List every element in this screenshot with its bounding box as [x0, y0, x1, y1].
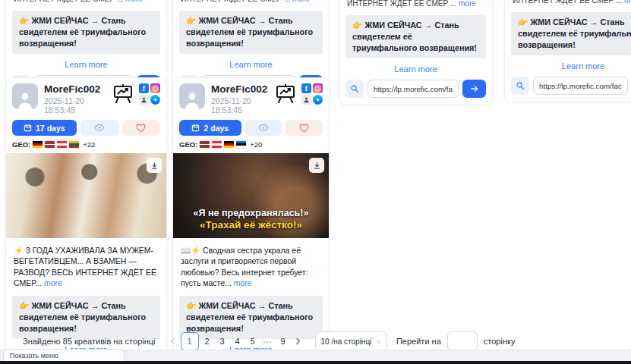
- card-actions: 17 days: [6, 115, 166, 136]
- card-actions: 2 days: [173, 115, 329, 136]
- flag-latvia-icon: [45, 141, 55, 148]
- flag-austria-icon: [57, 141, 67, 148]
- header-icons: f: [275, 83, 323, 106]
- card-header: MoreFic002 2025-11-20 18:53:45 f: [173, 78, 329, 115]
- geo-row: GEO: +22: [6, 136, 166, 152]
- profile-name[interactable]: MoreFic002: [211, 83, 269, 95]
- search-icon[interactable]: [511, 77, 529, 95]
- header-icons: f: [112, 83, 160, 106]
- favorite-button[interactable]: [286, 120, 323, 136]
- more-link[interactable]: more: [292, 0, 310, 3]
- download-image-icon[interactable]: [147, 158, 162, 173]
- landing-url-input[interactable]: [368, 80, 459, 98]
- days-active-button[interactable]: 17 days: [12, 120, 77, 136]
- more-link[interactable]: more: [44, 278, 62, 287]
- flag-austria-icon: [212, 141, 222, 148]
- placement-icons: f: [301, 83, 323, 105]
- creative-card-2: MoreFic002 2025-11-20 18:53:45 f 2 days: [173, 78, 329, 364]
- preview-button[interactable]: [245, 120, 282, 136]
- facebook-icon: f: [139, 83, 149, 93]
- more-link[interactable]: more: [125, 0, 143, 3]
- cta-text: 👉 ЖМИ СЕЙЧАС → Стань свидетелем её триум…: [179, 11, 323, 54]
- audience-network-icon: [301, 95, 311, 105]
- creative-description: 📖⚡ Сводная сестра украла её заслуги и пр…: [173, 238, 329, 289]
- creatives-spy-page: ИНТЕРНЕТ ЖДЁТ ЕЁ СМЕР ... more 👉 ЖМИ СЕЙ…: [0, 0, 631, 364]
- geo-extra-count[interactable]: +20: [250, 140, 262, 149]
- more-link[interactable]: more: [234, 278, 252, 287]
- description-snippet: ИНТЕРНЕТ ЖДЁТ ЕЁ СМЕР ... more: [14, 0, 159, 4]
- url-row: [339, 77, 492, 105]
- chart-board-icon[interactable]: [112, 83, 134, 106]
- person-icon: [15, 89, 35, 109]
- flag-latvia-icon: [200, 141, 210, 148]
- more-link[interactable]: more: [459, 0, 476, 8]
- creative-image[interactable]: [6, 153, 166, 238]
- avatar: [179, 83, 205, 109]
- creative-datetime: 2025-11-20 18:53:45: [44, 96, 106, 115]
- per-page-select[interactable]: 10 /на сторінці ∨: [315, 331, 387, 351]
- learn-more-link[interactable]: Learn more: [505, 55, 631, 74]
- flag-lithuania-icon: [69, 141, 79, 148]
- goto-suffix: сторінку: [484, 337, 516, 346]
- more-link[interactable]: more: [624, 0, 631, 5]
- cta-text: 👉 ЖМИ СЕЙЧАС → Стань свидетелем её триум…: [345, 15, 486, 58]
- image-overlay-text: «Я не предохранялась!» «Трахай её жёстко…: [173, 208, 329, 233]
- chevron-down-icon: ∨: [376, 338, 381, 345]
- creative-card-1: MoreFic002 2025-11-20 18:53:45 f 17 days: [6, 78, 166, 364]
- description-snippet: ИНТЕРНЕТ ЖДЁТ ЕЁ СМЕР ... more: [347, 0, 484, 8]
- heart-icon: [136, 124, 146, 133]
- calendar-icon: [24, 124, 32, 132]
- profile-info: MoreFic002 2025-11-20 18:53:45: [211, 83, 269, 115]
- avatar: [12, 83, 38, 109]
- preview-button[interactable]: [80, 120, 118, 136]
- results-count: Знайдено 85 креативів на сторінці: [23, 337, 156, 346]
- flag-germany-icon: [224, 141, 234, 148]
- page-1-active[interactable]: 1: [181, 332, 199, 350]
- favorite-button[interactable]: [122, 120, 160, 136]
- profile-info: MoreFic002 2025-11-20 18:53:45: [44, 83, 106, 115]
- creative-card-top-4: ИНТЕРНЕТ ЖДЁТ ЕЁ СМЕР ... more 👉 ЖМИ СЕЙ…: [505, 0, 631, 102]
- creative-card-top-3: ИНТЕРНЕТ ЖДЁТ ЕЁ СМЕР ... more 👉 ЖМИ СЕЙ…: [339, 0, 492, 105]
- open-url-button[interactable]: [462, 80, 486, 98]
- eye-icon: [94, 124, 105, 132]
- geo-label: GEO:: [12, 140, 30, 149]
- landing-url-input[interactable]: [533, 77, 628, 95]
- page-9[interactable]: 9: [276, 333, 291, 350]
- page-2[interactable]: 2: [200, 333, 215, 350]
- chart-board-icon[interactable]: [275, 83, 296, 106]
- facebook-icon: f: [301, 83, 311, 93]
- person-icon: [182, 89, 202, 109]
- download-image-icon[interactable]: [309, 158, 324, 173]
- geo-extra-count[interactable]: +22: [83, 140, 95, 149]
- messenger-icon: [150, 95, 160, 105]
- flag-germany-icon: [33, 141, 43, 148]
- description-snippet: ИНТЕРНЕТ ЖДЁТ ЕЁ СМЕР ... more: [513, 0, 631, 5]
- page-3[interactable]: 3: [215, 333, 230, 350]
- flag-estonia-icon: [236, 141, 246, 148]
- goto-label: Перейти на: [396, 337, 441, 346]
- calendar-icon: [191, 124, 200, 132]
- description-snippet: ИНТЕРНЕТ ЖДЁТ ЕЁ СМЕР ... more: [181, 0, 321, 4]
- url-row: [505, 74, 631, 102]
- profile-name[interactable]: MoreFic002: [44, 83, 106, 95]
- next-page-icon[interactable]: [291, 333, 306, 350]
- page-4[interactable]: 4: [230, 333, 245, 350]
- heart-icon: [299, 124, 309, 133]
- creative-description: ⚡ 3 ГОДА УХАЖИВАЛА ЗА МУЖЕМ-ВЕГЕТАТИВЦЕМ…: [6, 238, 166, 289]
- page-5[interactable]: 5: [245, 333, 260, 350]
- creative-datetime: 2025-11-20 18:53:45: [211, 96, 269, 115]
- cta-text: 👉 ЖМИ СЕЙЧАС → Стань свидетелем её триум…: [511, 12, 631, 55]
- learn-more-link[interactable]: Learn more: [339, 58, 492, 77]
- learn-more-link[interactable]: Learn more: [173, 54, 329, 73]
- pages-ellipsis[interactable]: •••: [260, 333, 276, 350]
- show-menu-button[interactable]: Показать меню: [3, 349, 125, 361]
- search-icon[interactable]: [345, 80, 364, 98]
- learn-more-link[interactable]: Learn more: [6, 54, 166, 73]
- creative-image[interactable]: «Я не предохранялась!» «Трахай её жёстко…: [173, 153, 329, 238]
- geo-label: GEO:: [179, 140, 197, 149]
- prev-page-icon[interactable]: [165, 333, 180, 350]
- goto-page-input[interactable]: [447, 331, 478, 351]
- cta-text: 👉 ЖМИ СЕЙЧАС → Стань свидетелем её триум…: [12, 11, 160, 54]
- messenger-icon: [313, 95, 323, 105]
- days-active-button[interactable]: 2 days: [179, 120, 241, 136]
